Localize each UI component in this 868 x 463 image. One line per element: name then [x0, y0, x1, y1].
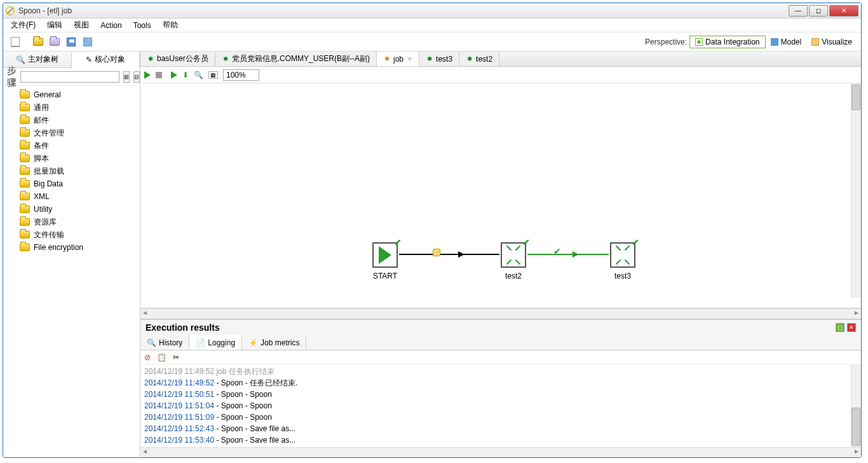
new-file-icon[interactable]	[10, 36, 21, 48]
panel-close-button[interactable]: ✕	[847, 323, 856, 332]
sidebar-tab-core[interactable]: ✎ 核心对象	[72, 52, 140, 68]
clear-log-icon[interactable]: ⊘	[144, 353, 151, 362]
replay-icon[interactable]: 🔍	[194, 71, 203, 79]
tree-item[interactable]: 脚本	[3, 152, 140, 165]
exec-tab-metrics[interactable]: ⚡ Job metrics	[242, 335, 306, 350]
folder-icon	[20, 167, 30, 175]
menu-view[interactable]: 视图	[69, 18, 94, 32]
tree-item-label: 批量加载	[34, 166, 64, 177]
log-scrollbar-horizontal[interactable]	[140, 447, 861, 457]
editor-tab[interactable]: 党员党籍信息.COMMY_USER(B副--A副)	[215, 52, 377, 66]
expand-button[interactable]: ⊞	[123, 71, 130, 83]
tree-item[interactable]: 文件传输	[3, 228, 140, 241]
job-entry-test2[interactable]: ✔ test2	[501, 242, 526, 268]
minimize-button[interactable]: —	[789, 5, 808, 17]
menu-help[interactable]: 帮助	[158, 18, 183, 32]
log-edit-icon[interactable]: ✂	[173, 353, 179, 362]
step-filter-input[interactable]	[20, 71, 119, 83]
save-icon[interactable]	[65, 36, 77, 48]
arrow-icon	[573, 251, 579, 258]
hop-line[interactable]	[399, 254, 499, 255]
exec-tab-history[interactable]: 🔍 History	[140, 335, 189, 350]
tree-item-label: 邮件	[34, 115, 49, 126]
titlebar[interactable]: Spoon - [etl] job — ◻ ✕	[3, 3, 861, 18]
open-file-icon[interactable]	[32, 36, 44, 48]
canvas-toolbar: ⬇ 🔍 ▦ 100%	[140, 67, 861, 83]
tree-item[interactable]: General	[3, 88, 140, 101]
tree-item[interactable]: 资源库	[3, 216, 140, 228]
log-settings-icon[interactable]: 📋	[157, 353, 166, 362]
tree-item-label: 条件	[34, 141, 49, 151]
debug-icon[interactable]: ⬇	[182, 71, 189, 79]
folder-icon	[20, 116, 30, 124]
tree-item[interactable]: File encryption	[3, 241, 140, 254]
zoom-select[interactable]: 100%	[223, 69, 259, 81]
log-line: 2014/12/19 11:53:40 - Spoon - Save file …	[144, 434, 857, 446]
explore-icon[interactable]	[49, 36, 60, 48]
editor-tab[interactable]: job✕	[377, 52, 419, 66]
scroll-thumb[interactable]	[851, 408, 860, 446]
main-toolbar: Perspective: Data Integration Model Visu…	[3, 32, 861, 52]
save-as-icon[interactable]	[82, 36, 93, 48]
exec-tab-logging[interactable]: 📄 Logging	[189, 335, 242, 350]
log-line: 2014/12/19 11:51:04 - Spoon - Spoon	[144, 400, 857, 411]
log-scrollbar-vertical[interactable]	[851, 364, 861, 447]
step-tree[interactable]: General通用邮件文件管理条件脚本批量加载Big DataXMLUtilit…	[3, 86, 140, 457]
editor-tabs: basUser公务员党员党籍信息.COMMY_USER(B副--A副)job✕t…	[140, 52, 861, 67]
tree-item[interactable]: XML	[3, 190, 140, 203]
data-integration-icon	[695, 38, 703, 46]
job-canvas[interactable]: ✔ ✔ START ✔ test2 ✔	[140, 83, 861, 308]
job-icon	[383, 55, 391, 63]
job-entry-start[interactable]: ✔ START	[372, 242, 398, 268]
menu-action[interactable]: Action	[95, 20, 126, 31]
job-entry-test3[interactable]: ✔ test3	[610, 242, 635, 268]
tree-item-label: 文件管理	[34, 128, 64, 139]
tree-item[interactable]: Utility	[3, 203, 140, 216]
transformation-icon	[505, 246, 522, 264]
editor-tab[interactable]: basUser公务员	[140, 52, 215, 66]
app-window: Spoon - [etl] job — ◻ ✕ 文件(F) 编辑 视图 Acti…	[3, 3, 862, 458]
folder-icon	[20, 142, 30, 149]
close-icon[interactable]: ✕	[407, 56, 412, 62]
log-line: 2014/12/19 11:51:09 - Spoon - Spoon	[144, 411, 857, 423]
panel-maximize-button[interactable]: ▢	[836, 323, 844, 332]
search-icon: 🔍	[16, 55, 25, 64]
tree-item[interactable]: Big Data	[3, 177, 140, 190]
tab-label: test3	[436, 55, 452, 64]
menu-file[interactable]: 文件(F)	[6, 18, 41, 32]
tree-item[interactable]: 邮件	[3, 114, 140, 127]
perspective-data-integration[interactable]: Data Integration	[689, 36, 765, 48]
preview-icon[interactable]	[171, 71, 177, 79]
maximize-button[interactable]: ◻	[809, 5, 828, 17]
run-icon[interactable]	[144, 71, 151, 79]
tree-item[interactable]: 批量加载	[3, 165, 140, 177]
window-title: Spoon - [etl] job	[18, 6, 789, 15]
hop-line-success[interactable]	[527, 254, 609, 255]
check-icon: ✔	[394, 237, 402, 247]
lock-icon	[433, 249, 440, 256]
perspective-model[interactable]: Model	[766, 36, 807, 48]
canvas-scrollbar-vertical[interactable]	[851, 83, 861, 298]
tree-item[interactable]: 条件	[3, 139, 140, 152]
canvas-scrollbar-horizontal[interactable]	[140, 308, 861, 319]
editor-tab[interactable]: test2	[459, 52, 499, 66]
collapse-button[interactable]: ⊟	[133, 71, 140, 83]
main-area: basUser公务员党员党籍信息.COMMY_USER(B副--A副)job✕t…	[140, 52, 861, 457]
log-line-truncated: 2014/12/19 11:49:52 job 任务执行结束	[144, 366, 857, 377]
pause-icon[interactable]	[156, 72, 162, 78]
editor-tab[interactable]: test3	[419, 52, 459, 66]
tree-item[interactable]: 文件管理	[3, 127, 140, 139]
perspective-visualize[interactable]: Visualize	[806, 36, 857, 48]
menu-tools[interactable]: Tools	[128, 20, 156, 31]
tree-item-label: 资源库	[34, 217, 57, 228]
scroll-thumb[interactable]	[851, 85, 860, 110]
step-filter-row: 步骤 ⊞ ⊟	[3, 68, 140, 86]
folder-icon	[20, 180, 30, 188]
sql-icon[interactable]: ▦	[208, 71, 218, 79]
folder-icon	[20, 91, 30, 99]
menu-edit[interactable]: 编辑	[42, 18, 67, 32]
log-body[interactable]: 2014/12/19 11:49:52 job 任务执行结束 2014/12/1…	[140, 364, 861, 447]
close-button[interactable]: ✕	[829, 5, 858, 17]
tree-item[interactable]: 通用	[3, 101, 140, 114]
folder-icon	[20, 205, 30, 213]
